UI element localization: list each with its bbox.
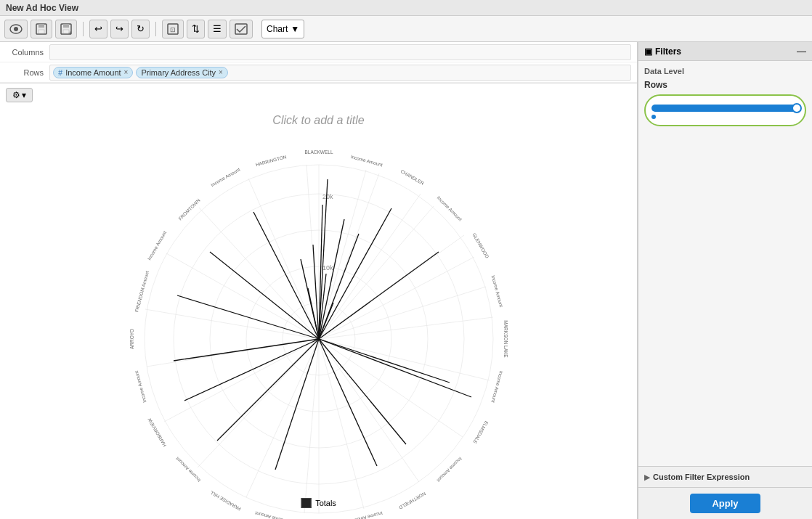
filter-icon: ▣ <box>644 46 652 57</box>
svg-text:FRIENDOM Amount: FRIENDOM Amount <box>134 270 150 313</box>
rows-filter-highlight <box>644 94 806 126</box>
radar-chart: 10k 20k <box>79 128 559 519</box>
svg-text:⊡: ⊡ <box>170 26 176 33</box>
income-amount-label: Income Amount <box>65 68 121 77</box>
save-as-button[interactable]: + <box>55 20 77 38</box>
left-panel: Columns Rows # Income Amount × Primary A… <box>0 42 638 519</box>
svg-text:Income Amount: Income Amount <box>349 511 383 519</box>
rows-dot <box>651 115 656 119</box>
columns-label: Columns <box>6 48 49 57</box>
chart-type-label: Chart <box>267 24 288 34</box>
rows-label: Rows <box>6 68 49 77</box>
svg-text:Income Amount: Income Amount <box>490 274 504 308</box>
columns-drop-zone[interactable] <box>49 44 631 60</box>
legend-color-box <box>301 498 311 508</box>
svg-text:20k: 20k <box>322 193 333 200</box>
svg-text:MARKSON LAKE: MARKSON LAKE <box>503 320 508 358</box>
sep1 <box>83 22 84 36</box>
svg-text:Income Amount: Income Amount <box>436 457 463 483</box>
svg-line-60 <box>177 295 319 339</box>
city-close-icon[interactable]: × <box>219 68 223 76</box>
svg-line-57 <box>217 339 319 441</box>
svg-line-37 <box>248 179 319 339</box>
income-amount-pill[interactable]: # Income Amount × <box>53 67 133 78</box>
title-bar: New Ad Hoc View <box>0 0 812 16</box>
city-label: Primary Address City <box>141 68 216 77</box>
filters-label: Filters <box>655 46 681 57</box>
svg-line-30 <box>198 339 319 467</box>
svg-point-1 <box>14 27 18 31</box>
svg-line-54 <box>319 339 406 444</box>
rows-row: Rows # Income Amount × Primary Address C… <box>0 62 637 83</box>
rows-slider[interactable] <box>651 105 799 112</box>
svg-text:ARROYO: ARROYO <box>129 329 134 349</box>
chart-legend: Totals <box>301 498 336 508</box>
filters-minimize-button[interactable]: — <box>797 46 806 57</box>
undo-button[interactable]: ↩ <box>89 20 107 38</box>
svg-text:Income Amount: Income Amount <box>350 154 383 168</box>
data-level-label: Data Level <box>644 67 806 75</box>
svg-text:+: + <box>68 30 72 35</box>
svg-text:HARRINGTON: HARRINGTON <box>255 154 287 167</box>
apply-button-area: Apply <box>638 487 812 519</box>
apply-button[interactable]: Apply <box>690 494 760 513</box>
svg-text:Income Amount: Income Amount <box>254 511 288 519</box>
eye-button[interactable] <box>4 20 28 38</box>
svg-line-56 <box>275 339 319 470</box>
svg-line-61 <box>210 252 319 339</box>
svg-line-62 <box>253 212 319 339</box>
gear-chevron-icon: ▾ <box>22 90 26 100</box>
svg-line-27 <box>319 339 364 509</box>
svg-line-35 <box>166 253 319 339</box>
svg-line-25 <box>319 339 463 437</box>
redo-button[interactable]: ↪ <box>110 20 129 38</box>
custom-filter-section: ▶ Custom Filter Expression <box>638 466 812 487</box>
svg-text:Income Amount: Income Amount <box>174 456 201 483</box>
svg-line-52 <box>319 339 450 383</box>
svg-text:Income Amount: Income Amount <box>436 195 463 222</box>
export-button[interactable]: ⊡ <box>162 20 184 38</box>
chart-title-placeholder[interactable]: Click to add a title <box>272 114 364 127</box>
svg-line-64 <box>319 252 439 339</box>
svg-rect-6 <box>63 24 69 28</box>
primary-address-city-pill[interactable]: Primary Address City × <box>136 67 228 78</box>
svg-text:Income Amount: Income Amount <box>209 167 240 188</box>
svg-text:FROMTOWN: FROMTOWN <box>177 197 201 221</box>
gear-area: ⚙ ▾ <box>0 83 637 107</box>
list-button[interactable]: ☰ <box>208 20 227 38</box>
toolbar: + ↩ ↪ ↻ ⊡ ⇅ ☰ Chart ▼ <box>0 16 812 42</box>
rows-section: Rows <box>644 80 806 126</box>
app-title: New Ad Hoc View <box>6 3 78 13</box>
rows-filter-label: Rows <box>644 80 806 90</box>
svg-text:10k: 10k <box>322 264 333 271</box>
filters-title: ▣ Filters <box>644 46 681 57</box>
sep2 <box>155 22 156 36</box>
svg-text:Income Amount: Income Amount <box>133 370 147 404</box>
svg-line-36 <box>199 208 319 339</box>
gear-icon: ⚙ <box>12 90 20 100</box>
income-amount-close-icon[interactable]: × <box>124 68 129 76</box>
chevron-down-icon: ▼ <box>291 24 299 34</box>
svg-rect-3 <box>38 24 44 28</box>
rows-drop-zone[interactable]: # Income Amount × Primary Address City × <box>49 65 631 81</box>
filters-header: ▣ Filters — <box>638 42 812 61</box>
save-button[interactable] <box>31 20 52 38</box>
filters-body: Data Level Rows <box>638 61 812 466</box>
svg-text:Income Amount: Income Amount <box>146 230 167 261</box>
rows-slider-thumb[interactable] <box>792 103 802 113</box>
svg-text:BLACKWELL: BLACKWELL <box>304 150 333 155</box>
pill-hash-icon: # <box>58 68 62 77</box>
history-button[interactable]: ↻ <box>131 20 150 38</box>
custom-filter-header[interactable]: ▶ Custom Filter Expression <box>644 473 806 481</box>
sort-button[interactable]: ⇅ <box>187 20 205 38</box>
chart-type-dropdown[interactable]: Chart ▼ <box>261 20 304 38</box>
svg-line-28 <box>304 339 319 513</box>
check-button[interactable] <box>230 20 253 38</box>
gear-button[interactable]: ⚙ ▾ <box>6 88 33 102</box>
svg-text:HARBORVIEW: HARBORVIEW <box>146 417 167 448</box>
columns-row: Columns <box>0 42 637 62</box>
legend-label: Totals <box>315 499 336 507</box>
custom-filter-label: Custom Filter Expression <box>653 473 750 481</box>
svg-line-26 <box>319 339 419 482</box>
svg-text:NORTHFIELD: NORTHFIELD <box>397 491 426 511</box>
